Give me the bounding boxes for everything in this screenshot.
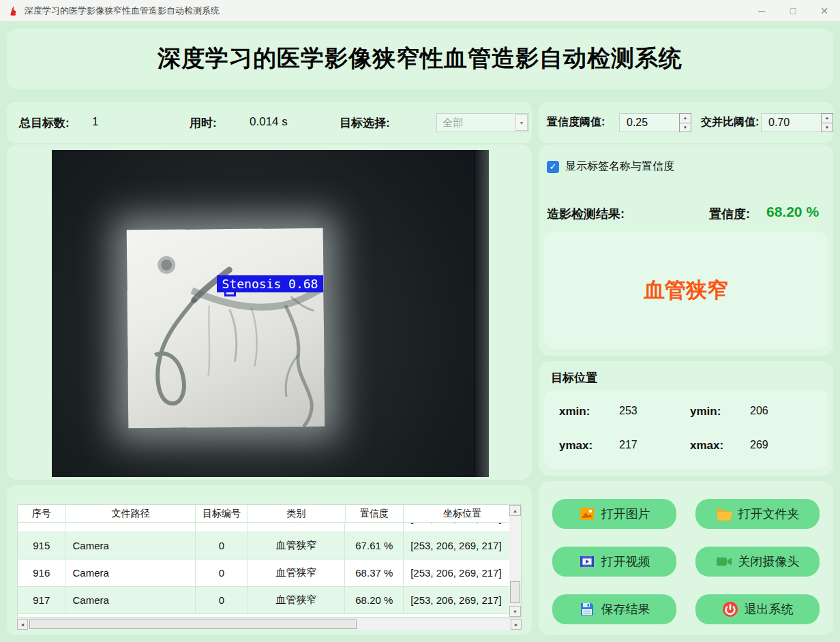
window-title: 深度学习的医学影像狭窄性血管造影自动检测系统 — [25, 5, 746, 17]
table-row[interactable]: 916Camera0血管狭窄68.37 %[253, 206, 269, 217… — [18, 560, 521, 587]
horizontal-scrollbar[interactable]: ◄ ► — [17, 619, 522, 630]
ymax-value: 217 — [619, 439, 638, 451]
window-titlebar: 深度学习的医学影像狭窄性血管造影自动检测系统 ─ □ ✕ — [0, 0, 840, 22]
angiogram-region — [127, 228, 325, 429]
table-cell: 0 — [196, 532, 247, 560]
detection-bbox-label: Stenosis 0.68 — [217, 275, 323, 292]
column-header: 类别 — [248, 505, 346, 522]
result-label: 造影检测结果: — [547, 206, 625, 222]
vessel-graphics — [127, 228, 325, 429]
results-table-card: 序号文件路径目标编号类别置信度坐标位置 914Camera0血管狭窄67.75 … — [7, 485, 532, 635]
stats-card: 总目标数: 1 用时: 0.014 s 目标选择: 全部 ▼ — [7, 102, 532, 143]
page-title: 深度学习的医学影像狭窄性血管造影自动检测系统 — [158, 43, 682, 74]
spin-up-icon[interactable]: ▲ — [679, 113, 691, 123]
table-body: 914Camera0血管狭窄67.75 %[254, 206, 269, 217… — [18, 523, 521, 617]
xmin-label: xmin: — [559, 405, 590, 418]
table-cell: 916 — [18, 560, 65, 587]
table-cell: 血管狭窄 — [248, 560, 346, 587]
table-cell: [253, 206, 269, 217] — [404, 532, 521, 560]
vertical-scrollbar[interactable]: ▲ ▼ — [509, 505, 521, 617]
total-targets-label: 总目标数: — [19, 115, 70, 131]
position-card: 目标位置 xmin: 253 ymin: 206 ymax: 217 xmax:… — [539, 361, 833, 476]
scroll-right-icon[interactable]: ► — [511, 619, 522, 630]
button-label: 打开文件夹 — [738, 506, 800, 522]
close-camera-button[interactable]: 关闭摄像头 — [695, 547, 820, 577]
table-row[interactable]: 915Camera0血管狭窄67.61 %[253, 206, 269, 217… — [18, 532, 521, 560]
table-cell: 915 — [18, 532, 65, 560]
exit-system-button[interactable]: 退出系统 — [695, 594, 820, 624]
total-targets-value: 1 — [92, 115, 98, 129]
table-cell: 0 — [196, 587, 247, 614]
conf-threshold-value[interactable]: 0.25 — [619, 113, 679, 132]
folder-icon — [716, 506, 732, 522]
table-cell: 917 — [18, 587, 65, 614]
table-cell: 0 — [196, 560, 247, 587]
actions-card: 打开图片打开文件夹打开视频关闭摄像头保存结果退出系统 — [539, 481, 833, 635]
chevron-down-icon[interactable]: ▼ — [515, 114, 528, 131]
table-cell: 67.75 % — [345, 523, 404, 532]
spin-up-icon[interactable]: ▲ — [821, 113, 833, 123]
image-icon — [579, 506, 595, 522]
table-cell: 68.20 % — [345, 587, 404, 614]
video-icon — [579, 553, 595, 570]
minimize-button[interactable]: ─ — [746, 0, 777, 22]
show-labels-label: 显示标签名称与置信度 — [565, 159, 674, 174]
table-cell: 0 — [196, 523, 247, 532]
table-cell: [254, 206, 269, 217] — [404, 523, 521, 532]
iou-threshold-spinner[interactable]: 0.70 ▲ ▼ — [761, 113, 833, 132]
table-cell: 血管狭窄 — [248, 523, 346, 532]
maximize-button[interactable]: □ — [777, 0, 809, 22]
iou-threshold-label: 交并比阈值: — [701, 115, 759, 129]
xmax-value: 269 — [750, 439, 768, 451]
scroll-left-icon[interactable]: ◄ — [17, 619, 28, 630]
xmin-value: 253 — [619, 405, 638, 417]
column-header: 目标编号 — [196, 505, 247, 522]
image-viewer-card: Stenosis 0.68 — [7, 144, 532, 480]
time-label: 用时: — [190, 115, 217, 131]
column-header: 文件路径 — [66, 505, 196, 522]
spin-down-icon[interactable]: ▼ — [679, 123, 691, 133]
conf-threshold-spinner[interactable]: 0.25 ▲ ▼ — [619, 113, 691, 132]
table-cell: Camera — [65, 560, 196, 587]
xmax-label: xmax: — [690, 439, 723, 453]
table-cell: [253, 206, 269, 217] — [404, 560, 521, 587]
show-labels-checkbox[interactable]: ✓ — [547, 161, 559, 173]
iou-threshold-value[interactable]: 0.70 — [761, 113, 821, 132]
spin-down-icon[interactable]: ▼ — [821, 123, 833, 133]
result-value: 血管狭窄 — [644, 276, 728, 305]
target-select-dropdown[interactable]: 全部 ▼ — [436, 113, 529, 132]
open-video-button[interactable]: 打开视频 — [552, 547, 676, 577]
position-box: xmin: 253 ymin: 206 ymax: 217 xmax: 269 — [544, 390, 828, 469]
column-header: 序号 — [18, 505, 66, 522]
button-label: 打开图片 — [601, 506, 650, 522]
camera-icon — [716, 553, 732, 570]
scroll-up-icon[interactable]: ▲ — [509, 505, 521, 516]
table-header-row: 序号文件路径目标编号类别置信度坐标位置 — [18, 505, 521, 523]
button-label: 打开视频 — [601, 553, 650, 570]
vertical-scroll-thumb[interactable] — [510, 581, 520, 603]
open-image-button[interactable]: 打开图片 — [552, 499, 676, 529]
scroll-down-icon[interactable]: ▼ — [509, 606, 521, 617]
table-cell: Camera — [65, 587, 196, 614]
table-row[interactable]: 917Camera0血管狭窄68.20 %[253, 206, 269, 217… — [18, 587, 521, 614]
open-folder-button[interactable]: 打开文件夹 — [695, 499, 820, 529]
close-button[interactable]: ✕ — [809, 0, 840, 22]
table-cell: 68.37 % — [345, 560, 404, 587]
camera-frame: Stenosis 0.68 — [52, 150, 489, 477]
horizontal-scroll-thumb[interactable] — [29, 620, 357, 629]
detection-card: ✓ 显示标签名称与置信度 造影检测结果: 置信度: 68.20 % 血管狭窄 — [539, 144, 833, 356]
table-cell: Camera — [65, 523, 196, 532]
check-icon: ✓ — [550, 162, 557, 172]
table-row[interactable]: 914Camera0血管狭窄67.75 %[254, 206, 269, 217… — [18, 523, 521, 532]
table-cell: 血管狭窄 — [248, 532, 346, 560]
result-box: 血管狭窄 — [544, 232, 828, 349]
confidence-label: 置信度: — [709, 206, 750, 222]
button-label: 关闭摄像头 — [738, 553, 800, 570]
position-title: 目标位置 — [551, 370, 597, 386]
ymin-value: 206 — [750, 405, 768, 417]
table-cell: 914 — [18, 523, 65, 532]
save-results-button[interactable]: 保存结果 — [552, 594, 676, 624]
ymin-label: ymin: — [690, 405, 721, 418]
table-cell: [253, 206, 269, 217] — [404, 587, 521, 614]
header-card: 深度学习的医学影像狭窄性血管造影自动检测系统 — [7, 29, 833, 89]
